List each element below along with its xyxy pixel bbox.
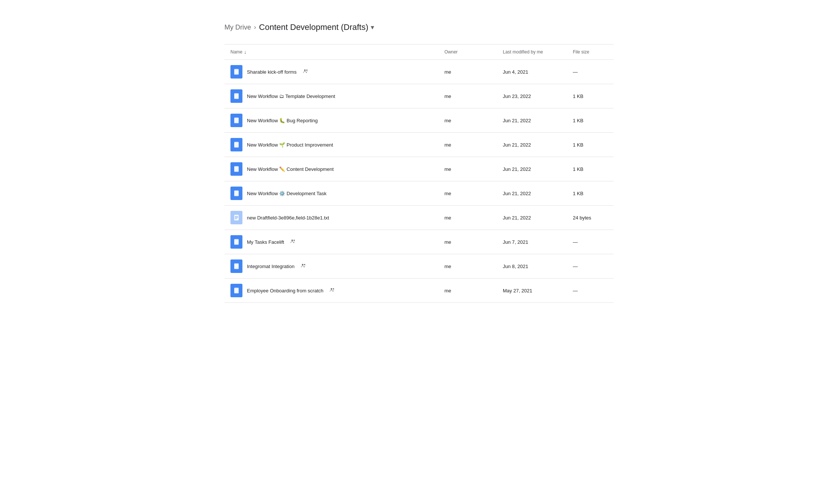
file-icon xyxy=(230,211,242,224)
owner-cell: me xyxy=(438,181,497,206)
name-cell: new Draftfield-3e896e,field-1b28e1.txt xyxy=(224,206,438,230)
svg-point-47 xyxy=(333,288,334,289)
size-cell: 1 KB xyxy=(567,108,614,133)
file-name[interactable]: Employee Onboarding from scratch xyxy=(247,288,323,294)
table-row[interactable]: My Tasks Facelift me Jun 7, 2021 — xyxy=(224,230,614,254)
owner-cell: me xyxy=(438,230,497,254)
size-cell: 24 bytes xyxy=(567,206,614,230)
size-cell: 1 KB xyxy=(567,157,614,181)
name-cell: My Tasks Facelift xyxy=(224,230,438,254)
table-row[interactable]: New Workflow 🗂 Template Development me J… xyxy=(224,84,614,108)
table-row[interactable]: Integromat Integration me Jun 8, 2021 — xyxy=(224,254,614,279)
date-cell: Jun 4, 2021 xyxy=(497,60,567,84)
col-header-modified[interactable]: Last modified by me xyxy=(497,44,567,60)
shared-icon xyxy=(329,287,335,294)
name-cell: Sharable kick-off forms xyxy=(224,60,438,84)
svg-point-34 xyxy=(291,239,293,241)
shared-icon xyxy=(300,263,306,270)
table-row[interactable]: new Draftfield-3e896e,field-1b28e1.txt m… xyxy=(224,206,614,230)
file-icon xyxy=(230,259,242,273)
table-row[interactable]: New Workflow 🌱 Product Improvement me Ju… xyxy=(224,133,614,157)
breadcrumb-current-folder[interactable]: Content Development (Drafts) ▾ xyxy=(259,22,374,32)
date-cell: Jun 21, 2022 xyxy=(497,108,567,133)
name-cell: New Workflow ✏️ Content Development xyxy=(224,157,438,181)
table-row[interactable]: New Workflow ✏️ Content Development me J… xyxy=(224,157,614,181)
name-cell: New Workflow 🌱 Product Improvement xyxy=(224,133,438,157)
svg-point-41 xyxy=(304,264,305,265)
table-row[interactable]: New Workflow ⚙️ Development Task me Jun … xyxy=(224,181,614,206)
sort-icon: ↓ xyxy=(244,49,247,55)
file-icon xyxy=(230,162,242,176)
date-cell: May 27, 2021 xyxy=(497,279,567,303)
table-body: Sharable kick-off forms me Jun 4, 2021 — xyxy=(224,60,614,303)
table-header: Name ↓ Owner Last modified by me File si… xyxy=(224,44,614,60)
svg-point-4 xyxy=(304,69,306,71)
file-icon xyxy=(230,235,242,249)
col-header-name[interactable]: Name ↓ xyxy=(224,44,438,60)
svg-point-46 xyxy=(331,288,332,289)
size-cell: — xyxy=(567,254,614,279)
file-name[interactable]: My Tasks Facelift xyxy=(247,239,284,245)
file-name[interactable]: new Draftfield-3e896e,field-1b28e1.txt xyxy=(247,215,329,221)
owner-cell: me xyxy=(438,157,497,181)
svg-point-40 xyxy=(302,264,303,265)
file-name[interactable]: New Workflow ✏️ Content Development xyxy=(247,166,334,172)
shared-icon xyxy=(290,239,296,246)
size-cell: — xyxy=(567,279,614,303)
date-cell: Jun 23, 2022 xyxy=(497,84,567,108)
date-cell: Jun 21, 2022 xyxy=(497,157,567,181)
svg-point-35 xyxy=(294,240,295,241)
breadcrumb: My Drive › Content Development (Drafts) … xyxy=(224,22,614,32)
name-cell: Integromat Integration xyxy=(224,254,438,279)
breadcrumb-dropdown-icon[interactable]: ▾ xyxy=(371,23,374,31)
size-cell: — xyxy=(567,60,614,84)
file-table: Name ↓ Owner Last modified by me File si… xyxy=(224,44,614,303)
table-row[interactable]: Employee Onboarding from scratch me May … xyxy=(224,279,614,303)
owner-cell: me xyxy=(438,254,497,279)
owner-cell: me xyxy=(438,84,497,108)
shared-icon xyxy=(303,68,309,76)
file-icon xyxy=(230,65,242,79)
name-cell: New Workflow 🗂 Template Development xyxy=(224,84,438,108)
name-cell: New Workflow ⚙️ Development Task xyxy=(224,181,438,206)
size-cell: 1 KB xyxy=(567,181,614,206)
date-cell: Jun 21, 2022 xyxy=(497,181,567,206)
svg-point-5 xyxy=(306,70,307,71)
file-icon xyxy=(230,284,242,297)
breadcrumb-root[interactable]: My Drive xyxy=(224,24,251,31)
date-cell: Jun 21, 2022 xyxy=(497,206,567,230)
table-header-row: Name ↓ Owner Last modified by me File si… xyxy=(224,44,614,60)
file-icon xyxy=(230,187,242,200)
date-cell: Jun 8, 2021 xyxy=(497,254,567,279)
size-cell: 1 KB xyxy=(567,133,614,157)
owner-cell: me xyxy=(438,279,497,303)
breadcrumb-current-label: Content Development (Drafts) xyxy=(259,22,368,32)
size-cell: — xyxy=(567,230,614,254)
file-name[interactable]: New Workflow 🐛 Bug Reporting xyxy=(247,118,318,123)
owner-cell: me xyxy=(438,133,497,157)
owner-cell: me xyxy=(438,206,497,230)
name-column-label: Name xyxy=(230,49,242,55)
breadcrumb-separator: › xyxy=(254,24,256,31)
size-cell: 1 KB xyxy=(567,84,614,108)
name-cell: New Workflow 🐛 Bug Reporting xyxy=(224,108,438,133)
col-header-owner[interactable]: Owner xyxy=(438,44,497,60)
file-name[interactable]: New Workflow 🗂 Template Development xyxy=(247,93,335,99)
table-row[interactable]: New Workflow 🐛 Bug Reporting me Jun 21, … xyxy=(224,108,614,133)
name-cell: Employee Onboarding from scratch xyxy=(224,279,438,303)
file-name[interactable]: Integromat Integration xyxy=(247,264,294,269)
date-cell: Jun 7, 2021 xyxy=(497,230,567,254)
file-name[interactable]: Sharable kick-off forms xyxy=(247,69,297,75)
table-row[interactable]: Sharable kick-off forms me Jun 4, 2021 — xyxy=(224,60,614,84)
owner-cell: me xyxy=(438,108,497,133)
file-name[interactable]: New Workflow 🌱 Product Improvement xyxy=(247,142,333,148)
owner-cell: me xyxy=(438,60,497,84)
file-icon xyxy=(230,114,242,127)
col-header-size[interactable]: File size xyxy=(567,44,614,60)
file-icon xyxy=(230,138,242,151)
main-container: My Drive › Content Development (Drafts) … xyxy=(195,0,643,325)
file-name[interactable]: New Workflow ⚙️ Development Task xyxy=(247,191,327,196)
date-cell: Jun 21, 2022 xyxy=(497,133,567,157)
file-icon xyxy=(230,89,242,103)
